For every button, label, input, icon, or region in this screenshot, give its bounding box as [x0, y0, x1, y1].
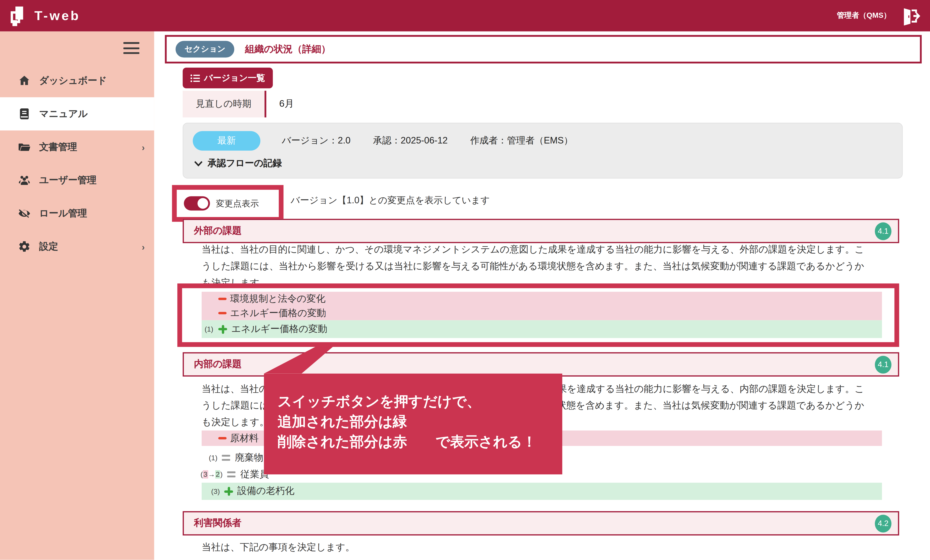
body-line: 当社は、当社の目的に関連し、かつ、その環境マネジメントシステムの意図した成果を達… [202, 242, 890, 258]
new-number-highlight: 2 [215, 470, 220, 478]
app-logo-icon [8, 5, 28, 27]
minus-icon [218, 312, 226, 314]
sidebar-item-label: ロール管理 [39, 207, 87, 220]
version-list-label: バージョン一覧 [204, 72, 265, 83]
sidebar: ダッシュボード マニュアル 文書管理 › [0, 31, 154, 560]
diff-text: 廃棄物 [235, 452, 263, 464]
equals-icon [222, 455, 230, 461]
sidebar-item-manual[interactable]: マニュアル [0, 97, 154, 131]
diff-row-added: (3) 設備の老朽化 [202, 483, 882, 500]
logout-icon[interactable] [901, 6, 921, 25]
diff-row-removed: 環境規制と法令の変化 [202, 292, 882, 306]
diff-text: 原材料 [230, 432, 259, 445]
body-line: うした課題には、当社から影響を受ける又は当社に影響を与える可能性がある環境状態を… [202, 258, 890, 275]
list-icon [191, 74, 200, 82]
clause-badge: 4.1 [875, 355, 892, 373]
diff-row-removed: エネルギー価格の変動 [202, 306, 882, 320]
section-body-stakeholders: 当社は、下記の事項を決定します。 ・環境マネジメントシステムに関連する利害関係者 [202, 539, 890, 560]
callout-line: スイッチボタンを押すだけで、 [277, 391, 562, 411]
equals-icon [228, 471, 236, 477]
version-list-button[interactable]: バージョン一覧 [183, 68, 273, 88]
diff-row-added: (1) エネルギー価格の変動 [202, 320, 882, 338]
section-header-external: 外部の課題 4.1 [183, 219, 899, 243]
sidebar-item-label: 設定 [39, 240, 58, 253]
approval-flow-label: 承認フローの記録 [208, 157, 282, 170]
home-icon [18, 74, 31, 87]
main-content: セクション 組織の状況（詳細） バージョン一覧 見直しの時期 6月 最新 バージ… [154, 31, 930, 560]
diff-text: エネルギー価格の変動 [230, 307, 326, 319]
diff-prefix: (3) [211, 487, 224, 495]
diff-status-text: バージョン【1.0】との変更点を表示しています [291, 193, 490, 208]
book-icon [18, 107, 31, 120]
section-body-external: 当社は、当社の目的に関連し、かつ、その環境マネジメントシステムの意図した成果を達… [202, 242, 890, 291]
review-period-label: 見直しの時期 [183, 91, 266, 117]
body-line: も決定します。 [202, 274, 890, 291]
latest-badge: 最新 [193, 131, 260, 151]
tutorial-callout: スイッチボタンを押すだけで、 追加された部分は緑 削除された部分は赤 で表示され… [264, 374, 562, 474]
user-label: 管理者（QMS） [837, 11, 891, 21]
chevron-right-icon: › [142, 142, 145, 152]
version-meta-box: 最新 バージョン：2.0 承認：2025-06-12 作成者：管理者（EMS） … [183, 123, 903, 178]
diff-list-external: 環境規制と法令の変化 エネルギー価格の変動 (1) エネルギー価格の変動 [202, 292, 882, 338]
gear-icon [18, 240, 31, 253]
menu-icon[interactable] [123, 42, 140, 54]
sidebar-item-settings[interactable]: 設定 › [0, 230, 154, 263]
app-title: T-web [34, 8, 80, 23]
diff-prefix: (1) [205, 325, 218, 333]
clause-badge: 4.2 [875, 514, 892, 532]
sidebar-item-roles[interactable]: ロール管理 [0, 197, 154, 230]
body-line: 当社は、下記の事項を決定します。 [202, 539, 890, 556]
sidebar-item-label: マニュアル [39, 108, 88, 120]
callout-line: 削除された部分は赤 で表示される！ [277, 432, 562, 452]
sidebar-item-users[interactable]: ユーザー管理 [0, 163, 154, 197]
chevron-right-icon: › [142, 242, 145, 252]
sidebar-item-label: ダッシュボード [39, 74, 107, 87]
section-title: 外部の課題 [194, 225, 242, 237]
version-number: バージョン：2.0 [282, 135, 351, 147]
author: 作成者：管理者（EMS） [470, 135, 573, 147]
approval-date: 承認：2025-06-12 [373, 135, 448, 147]
minus-icon [218, 437, 226, 439]
annotation-rect-toggle: 変更点表示 [172, 185, 284, 222]
diff-prefix: (3→2) [200, 470, 223, 478]
callout-line: 追加された部分は緑 [277, 411, 562, 432]
old-number-highlight: 3 [203, 470, 208, 478]
app-header: T-web 管理者（QMS） [0, 0, 930, 31]
review-period-value: 6月 [279, 98, 294, 110]
plus-icon [218, 325, 227, 334]
diff-text: 設備の老朽化 [237, 485, 294, 497]
chevron-down-icon [194, 160, 203, 166]
users-icon [18, 174, 31, 187]
page-title-box: セクション 組織の状況（詳細） [165, 35, 922, 64]
clause-badge: 4.1 [875, 222, 892, 240]
sidebar-item-documents[interactable]: 文書管理 › [0, 131, 154, 163]
diff-toggle-switch[interactable] [184, 196, 210, 211]
app-logo[interactable]: T-web [8, 5, 80, 27]
sidebar-item-label: 文書管理 [39, 141, 77, 153]
sidebar-item-dashboard[interactable]: ダッシュボード [0, 64, 154, 97]
diff-prefix: (1) [209, 454, 222, 462]
minus-icon [218, 298, 226, 300]
section-title: 利害関係者 [194, 517, 242, 529]
diff-toggle-label: 変更点表示 [216, 198, 259, 209]
diff-text: エネルギー価格の変動 [231, 323, 327, 335]
folder-open-icon [18, 140, 31, 154]
review-period-row: 見直しの時期 6月 [183, 91, 294, 117]
approval-flow-toggle[interactable]: 承認フローの記録 [194, 157, 282, 170]
section-header-stakeholders: 利害関係者 4.2 [183, 511, 899, 535]
plus-icon [224, 487, 233, 496]
sidebar-item-label: ユーザー管理 [39, 174, 96, 186]
diff-text: 環境規制と法令の変化 [230, 293, 325, 305]
eye-off-icon [18, 207, 31, 220]
section-type-badge: セクション [176, 41, 234, 58]
page-title: 組織の状況（詳細） [245, 43, 331, 55]
app-window: T-web 管理者（QMS） ダッシュボード マニュアル [0, 0, 930, 560]
section-title: 内部の課題 [194, 358, 242, 371]
